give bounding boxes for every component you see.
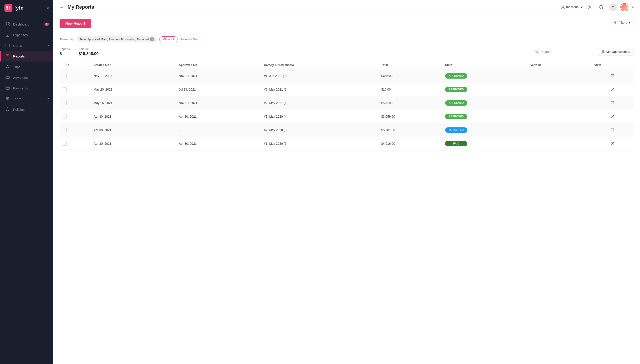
view-cell [591,110,634,124]
verified-cell [527,110,591,124]
row-checkbox[interactable] [63,74,67,78]
payments-icon [5,86,10,90]
content-area: New Report Filters ▾ Filtered by: State:… [53,14,640,364]
view-button[interactable] [594,88,631,92]
new-report-button[interactable]: New Report [60,19,91,28]
view-button[interactable] [594,114,631,118]
page-title: My Reports [68,4,94,10]
search-manage: 🔍 Manage columns [532,48,634,56]
row-checkbox[interactable] [63,88,67,92]
save-filter-button[interactable]: Save this filter [180,38,198,41]
sidebar-item-label: Reports [13,54,49,58]
filters-button[interactable]: Filters ▾ [610,19,634,26]
total-column-header[interactable]: Total [378,60,442,69]
top-header: ← My Reports Individual ▾ [53,0,640,14]
verified-label: Verified [530,63,541,66]
svg-rect-7 [8,25,9,26]
view-button[interactable] [594,101,631,105]
user-avatar-ring[interactable] [620,3,628,11]
row-checkbox[interactable] [63,128,67,132]
stats-section: Reports 6 Amount $15,346.00 [60,47,99,56]
table-row: May 20, 2021 Jul 29, 2021 #3: May 2021 (… [60,83,634,96]
manage-columns-label: Manage columns [606,50,630,54]
verified-cell [527,83,591,96]
search-input[interactable] [541,50,591,54]
manage-columns-button[interactable]: Manage columns [597,48,634,56]
settings-button[interactable] [586,3,594,11]
svg-rect-5 [8,22,9,24]
created-on-label: Created On [94,63,109,66]
search-box[interactable]: 🔍 [532,48,594,56]
sidebar-item-expenses[interactable]: Expenses [0,30,53,40]
svg-rect-4 [6,22,7,24]
approved-on-column-header[interactable]: Approved On [176,60,261,69]
row-checkbox[interactable] [63,142,67,146]
row-checkbox[interactable] [63,114,67,118]
table-row: May 16, 2021 Nov 19, 2021 #2: May 2021 (… [60,96,634,110]
header-chevron[interactable]: ▾ [632,5,634,9]
svg-point-24 [6,98,8,99]
report-name-cell: #3: May 2020 (4) [261,110,378,124]
dashboard-badge: 1 [45,23,49,26]
svg-rect-20 [6,76,9,78]
state-label: State [445,63,452,66]
collapse-btn[interactable]: « [47,6,49,10]
svg-point-26 [562,6,564,7]
state-filter-chip: State: Approved, Paid, Payment Processin… [76,36,157,42]
state-cell: PAID [442,137,527,150]
sidebar-logo: fyle « [0,0,53,16]
user-mode-selector[interactable]: Individual ▾ [561,5,582,9]
created-on-column-header[interactable]: Created On ▾ [90,60,176,69]
sidebar-item-payments[interactable]: Payments [0,83,53,94]
view-label: View [594,63,601,66]
row-checkbox-cell [60,69,90,83]
svg-rect-29 [599,7,600,8]
sidebar-item-label: Cards [13,44,48,48]
row-checkbox-cell [60,83,90,96]
created-on-cell: Nov 19, 2021 [90,69,176,83]
sidebar-item-advances[interactable]: Advances [0,72,53,83]
created-on-cell: May 16, 2021 [90,96,176,110]
approved-on-cell: Nov 19, 2021 [176,69,261,83]
credit-card-icon [5,43,10,48]
created-on-cell: May 20, 2021 [90,83,176,96]
support-button[interactable] [597,3,605,11]
reports-stat-value: 6 [60,52,70,56]
user-avatar-t[interactable]: T [609,3,617,11]
filter-chip-close-button[interactable]: ✕ [150,37,154,41]
view-button[interactable] [594,128,631,132]
total-cell: $4,916.00 [378,137,442,150]
sidebar-item-reports[interactable]: Reports [0,51,53,62]
sidebar-item-dashboard[interactable]: Dashboard 1 [0,19,53,30]
verified-cell [527,137,591,150]
sidebar-item-trips[interactable]: Trips [0,62,53,72]
total-label: Total [381,63,388,66]
user-icon [561,5,565,9]
name-column-header[interactable]: Name(# Of Expenses) [261,60,378,69]
trip-icon [5,64,10,69]
sidebar-item-team[interactable]: Team ▾ [0,94,53,104]
state-column-header[interactable]: State [442,60,527,69]
row-checkbox[interactable] [63,101,67,105]
view-button[interactable] [594,142,631,146]
approved-on-cell: Nov 19, 2021 [176,96,261,110]
svg-point-21 [7,77,8,78]
view-button[interactable] [594,74,631,78]
sidebar-item-label: Policies [13,108,49,112]
back-button[interactable]: ← [60,5,64,9]
svg-rect-3 [9,8,11,10]
sidebar-item-cards[interactable]: Cards ▾ [0,40,53,51]
select-all-checkbox[interactable] [63,63,67,67]
filter-chip-text: State: Approved, Paid, Payment Processin… [79,38,149,41]
sort-button[interactable]: ▾ [68,63,69,66]
user-mode-label: Individual [566,5,579,9]
state-badge: APPROVED [445,100,467,106]
svg-rect-34 [601,50,602,53]
svg-rect-0 [7,6,8,8]
verified-column-header[interactable]: Verified [527,60,591,69]
svg-rect-35 [602,50,603,53]
sidebar-item-policies[interactable]: Policies [0,104,53,115]
logo-icon [5,4,13,12]
file-icon [5,54,10,58]
clear-all-button[interactable]: Clear all [159,36,177,42]
